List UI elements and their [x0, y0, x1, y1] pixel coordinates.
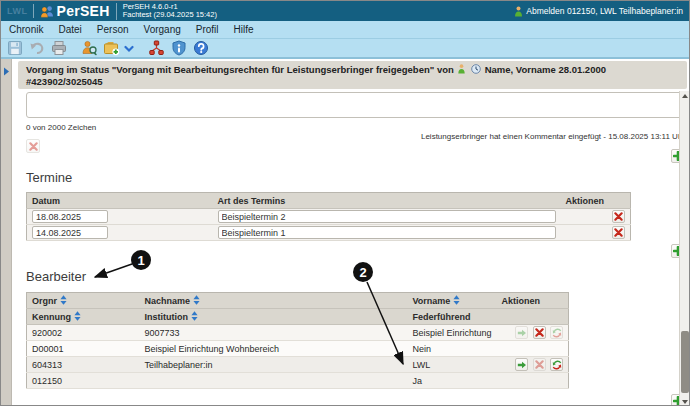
col-header-aktionen: Aktionen	[497, 293, 569, 309]
bearbeiter-row: D00001 Beispiel Einrichtung Wohnbereich …	[27, 341, 569, 357]
sort-icon[interactable]	[453, 295, 460, 307]
termin-art-input[interactable]	[218, 226, 556, 239]
menu-chronik[interactable]: Chronik	[9, 24, 43, 35]
person-search-icon[interactable]	[80, 40, 99, 57]
bearbeiter-row: 604313 Teilhabeplaner:in LWL	[27, 357, 569, 373]
comment-input[interactable]	[26, 92, 686, 118]
char-counter: 0 von 2000 Zeichen	[26, 123, 96, 132]
comment-history-note: Leistungserbringer hat einen Kommentar e…	[421, 132, 685, 141]
help-icon[interactable]	[191, 40, 210, 57]
person-status-icon	[457, 64, 466, 76]
sort-icon[interactable]	[193, 295, 200, 307]
col-header-orgnr[interactable]: Orgnr	[27, 293, 140, 309]
cell-orgnr: 920002	[27, 325, 140, 341]
process-tree-icon[interactable]	[147, 40, 166, 57]
col-header-federfuehrend: Federführend	[408, 309, 497, 325]
cell-nachname: Teilhabeplaner:in	[140, 357, 408, 373]
status-banner: Vorgang im Status "Vorgang mit Bearbeitu…	[18, 61, 687, 89]
content-area: Vorgang im Status "Vorgang mit Bearbeitu…	[1, 59, 689, 406]
case-add-icon[interactable]	[102, 40, 121, 57]
vertical-scrollbar[interactable]	[679, 91, 689, 406]
cell-kennung: 012150	[27, 373, 140, 389]
cell-federfuehrend: Ja	[408, 373, 497, 389]
cell-kennung: D00001	[27, 341, 140, 357]
col-label: Nachname	[145, 296, 191, 306]
forward-button[interactable]	[515, 326, 528, 339]
termin-art-input[interactable]	[218, 210, 556, 223]
swap-button[interactable]	[550, 358, 563, 371]
bearbeiter-row: 012150 Ja	[27, 373, 569, 389]
cell-institution: Beispiel Einrichtung Wohnbereich	[140, 341, 408, 357]
cell-vorname: Beispiel Einrichtung	[408, 325, 497, 341]
main-panel: Vorgang im Status "Vorgang mit Bearbeitu…	[12, 59, 689, 406]
logout-label: Abmelden 012150, LWL Teilhabeplaner:in	[526, 6, 683, 16]
col-header-datum: Datum	[27, 193, 213, 209]
logout-link[interactable]: Abmelden 012150, LWL Teilhabeplaner:in	[514, 6, 683, 17]
scroll-up-icon[interactable]	[680, 91, 690, 101]
termine-heading: Termine	[26, 170, 72, 185]
clock-icon	[471, 64, 481, 76]
divider	[33, 4, 34, 18]
print-icon[interactable]	[49, 40, 68, 57]
col-label: Institution	[145, 312, 189, 322]
col-header-aktionen: Aktionen	[561, 193, 631, 209]
cell-institution	[140, 373, 408, 389]
sort-icon[interactable]	[191, 311, 198, 323]
col-header-kennung[interactable]: Kennung	[27, 309, 140, 325]
chevron-down-icon[interactable]	[124, 39, 135, 57]
save-icon[interactable]	[5, 40, 24, 57]
termin-datum-input[interactable]	[32, 210, 108, 223]
app-title: PerSEH	[57, 3, 110, 19]
termin-row	[27, 209, 631, 225]
menu-bar: Chronik Datei Person Vorgang Profil Hilf…	[1, 21, 689, 39]
cell-nachname: 9007733	[140, 325, 408, 341]
version-line2: Fachtest (29.04.2025 15:42)	[123, 11, 217, 20]
shield-info-icon[interactable]	[169, 40, 188, 57]
cell-orgnr: 604313	[27, 357, 140, 373]
menu-vorgang[interactable]: Vorgang	[144, 24, 181, 35]
perseh-window: LWL PerSEH PerSEH 4.6.0-r1 Fachtest (29.…	[0, 0, 690, 406]
cell-vorname: LWL	[408, 357, 497, 373]
termin-datum-input[interactable]	[32, 226, 108, 239]
col-header-institution[interactable]: Institution	[140, 309, 408, 325]
menu-hilfe[interactable]: Hilfe	[234, 24, 254, 35]
bearbeiter-table: Orgnr Nachname Vorname Aktionen Kennung …	[26, 292, 569, 389]
delete-bearbeiter-button[interactable]	[533, 358, 546, 371]
status-text-after: Name, Vorname 28.01.2000	[485, 64, 606, 75]
delete-termin-button[interactable]	[612, 226, 625, 239]
undo-icon[interactable]	[27, 40, 46, 57]
bearbeiter-heading: Bearbeiter	[26, 269, 86, 284]
cell-federfuehrend: Nein	[408, 341, 497, 357]
menu-profil[interactable]: Profil	[196, 24, 219, 35]
forward-button[interactable]	[515, 358, 528, 371]
col-header-vorname[interactable]: Vorname	[408, 293, 497, 309]
scrollbar-thumb[interactable]	[681, 331, 689, 393]
delete-comment-button[interactable]	[26, 139, 40, 153]
sidebar-collapsed[interactable]	[1, 59, 12, 406]
termine-table: Datum Art des Termins Aktionen	[26, 192, 631, 241]
status-case-number: #423902/3025045	[26, 76, 679, 87]
status-text-before: Vorgang im Status "Vorgang mit Bearbeitu…	[26, 64, 454, 75]
col-header-nachname[interactable]: Nachname	[140, 293, 408, 309]
col-label: Vorname	[413, 296, 451, 306]
expand-sidebar-icon[interactable]	[2, 63, 11, 81]
lwl-logo: LWL	[7, 6, 28, 16]
bearbeiter-row: 920002 9007733 Beispiel Einrichtung	[27, 325, 569, 341]
title-bar: LWL PerSEH PerSEH 4.6.0-r1 Fachtest (29.…	[1, 1, 689, 21]
swap-button[interactable]	[550, 326, 563, 339]
people-logo-icon	[39, 4, 55, 19]
version-info: PerSEH 4.6.0-r1 Fachtest (29.04.2025 15:…	[116, 3, 217, 20]
sort-icon[interactable]	[60, 295, 67, 307]
scroll-down-icon[interactable]	[680, 397, 690, 406]
sort-icon[interactable]	[74, 311, 81, 323]
col-header-art: Art des Termins	[213, 193, 561, 209]
termin-row	[27, 225, 631, 241]
col-label: Kennung	[32, 312, 71, 322]
menu-person[interactable]: Person	[97, 24, 129, 35]
col-label: Orgnr	[32, 296, 57, 306]
delete-termin-button[interactable]	[612, 210, 625, 223]
user-icon	[514, 6, 523, 17]
delete-bearbeiter-button[interactable]	[533, 326, 546, 339]
menu-datei[interactable]: Datei	[58, 24, 81, 35]
tool-bar	[1, 39, 689, 59]
